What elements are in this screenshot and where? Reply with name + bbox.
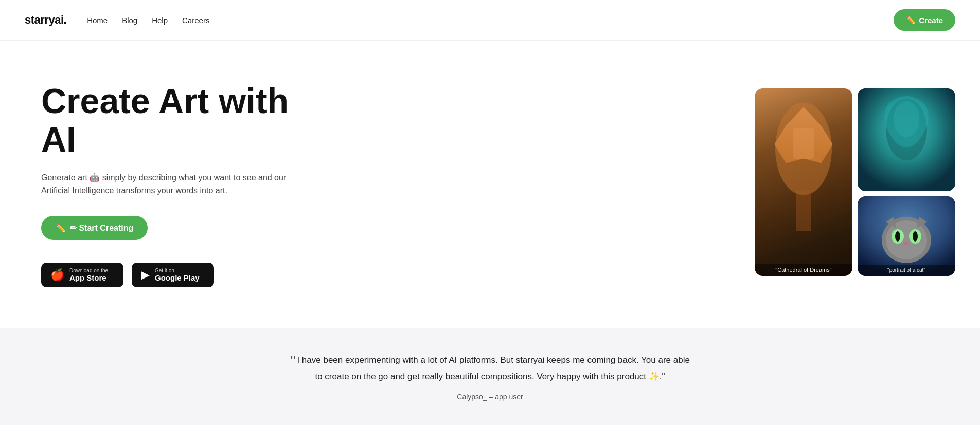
teal-visual: [858, 88, 955, 191]
nav-link-home[interactable]: Home: [87, 16, 108, 25]
nav-links: Home Blog Help Careers: [87, 16, 209, 25]
nav-link-help[interactable]: Help: [152, 16, 168, 25]
app-store-text: Download on the App Store: [69, 268, 108, 282]
svg-point-12: [904, 242, 909, 245]
testimonial-text: I have been experimenting with a lot of …: [297, 355, 690, 381]
cat-visual: "portrait of a cat": [858, 196, 955, 276]
create-button-label: Create: [919, 16, 943, 25]
image-inner-teal: [858, 88, 955, 191]
svg-point-8: [895, 231, 900, 242]
pencil-icon: ✏️: [906, 15, 916, 25]
logo: starryai.: [25, 13, 66, 27]
image-card-cat: "portrait of a cat": [858, 196, 955, 276]
hero-section: Create Art with AI Generate art 🤖 simply…: [0, 41, 980, 328]
hero-content: Create Art with AI Generate art 🤖 simply…: [41, 82, 309, 287]
image-card-teal: [858, 88, 955, 191]
app-store-sub: Download on the: [69, 268, 108, 273]
play-icon: ▶: [141, 268, 150, 282]
start-creating-label: ✏ Start Creating: [70, 223, 133, 233]
app-store-button[interactable]: 🍎 Download on the App Store: [41, 263, 123, 287]
testimonial-author: Calypso_ – app user: [12, 393, 968, 401]
svg-text:"portrait of a cat": "portrait of a cat": [887, 267, 925, 273]
nav-left: starryai. Home Blog Help Careers: [25, 13, 209, 27]
hero-title: Create Art with AI: [41, 82, 309, 159]
image-card-cathedral: "Cathedral of Dreams": [755, 88, 852, 276]
cathedral-caption: "Cathedral of Dreams": [755, 264, 852, 276]
apple-icon: 🍎: [50, 268, 64, 282]
nav-link-careers[interactable]: Careers: [182, 16, 209, 25]
svg-point-5: [886, 220, 927, 259]
testimonial-quote: "I have been experimenting with a lot of…: [290, 353, 691, 384]
svg-point-9: [913, 231, 918, 242]
image-inner-cat: "portrait of a cat": [858, 196, 955, 276]
image-grid: "Cathedral of Dreams": [755, 88, 955, 281]
google-play-sub: Get it on: [155, 268, 174, 273]
navbar: starryai. Home Blog Help Careers ✏️ Crea…: [0, 0, 980, 41]
app-store-main: App Store: [69, 273, 106, 282]
start-creating-button[interactable]: ✏️ ✏ Start Creating: [41, 216, 148, 240]
pencil-icon-start: ✏️: [56, 223, 66, 233]
store-buttons: 🍎 Download on the App Store ▶ Get it on …: [41, 263, 309, 287]
logo-text: starryai.: [25, 13, 66, 26]
hero-subtitle: Generate art 🤖 simply by describing what…: [41, 171, 309, 197]
testimonial-section: "I have been experimenting with a lot of…: [0, 328, 980, 425]
quote-mark: ": [290, 352, 296, 370]
google-play-button[interactable]: ▶ Get it on Google Play: [132, 263, 214, 287]
create-button[interactable]: ✏️ Create: [894, 9, 955, 31]
image-inner-cathedral: "Cathedral of Dreams": [755, 88, 852, 276]
google-play-text: Get it on Google Play: [155, 268, 200, 282]
cathedral-visual: [755, 88, 852, 276]
google-play-main: Google Play: [155, 273, 200, 282]
nav-link-blog[interactable]: Blog: [122, 16, 137, 25]
